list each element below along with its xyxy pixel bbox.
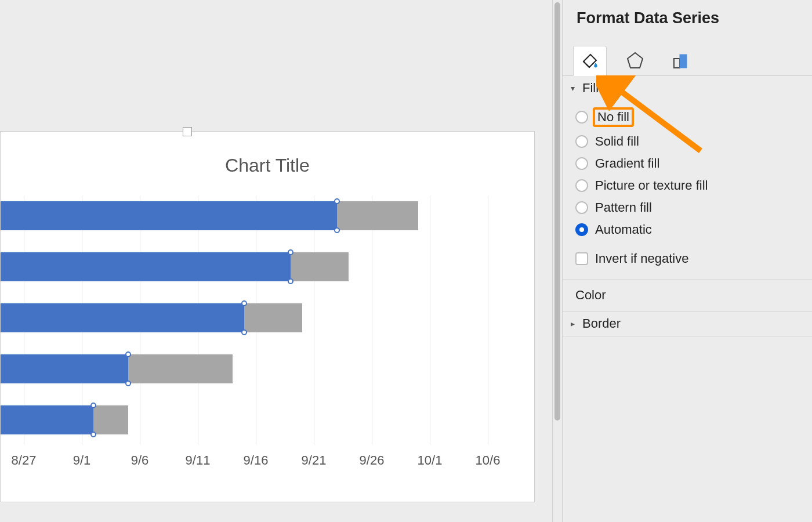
- fill-option-pattern-fill[interactable]: Pattern fill: [571, 197, 804, 219]
- chart-x-tick: 10/1: [418, 453, 443, 468]
- tab-fill-and-line[interactable]: [573, 46, 607, 76]
- chevron-down-icon: ▾: [571, 84, 579, 93]
- series-selection-handle[interactable]: [241, 300, 247, 306]
- format-data-series-panel: Format Data Series: [563, 0, 812, 522]
- chart-x-tick: 9/21: [302, 453, 327, 468]
- checkbox-icon: [575, 252, 588, 265]
- chart-x-tick: 9/11: [186, 453, 211, 468]
- series-selection-handle[interactable]: [125, 380, 131, 386]
- chart-bar-row[interactable]: [1, 405, 128, 434]
- fill-option-gradient-fill[interactable]: Gradient fill: [571, 153, 804, 175]
- chart-plot-area[interactable]: 8/279/19/69/119/169/219/2610/110/6: [1, 195, 511, 474]
- radio-icon: [575, 201, 588, 214]
- section-fill-header[interactable]: ▾ Fill: [563, 76, 812, 100]
- chart-bar-blue[interactable]: [1, 303, 244, 332]
- section-fill: ▾ Fill No fillSolid fillGradient fillPic…: [563, 76, 812, 311]
- chart-bar-row[interactable]: [1, 354, 233, 383]
- chart-bar-blue[interactable]: [1, 354, 128, 383]
- fill-option-automatic[interactable]: Automatic: [571, 219, 804, 241]
- fill-option-label: Automatic: [595, 222, 652, 237]
- series-selection-handle[interactable]: [90, 432, 96, 437]
- series-selection-handle[interactable]: [288, 278, 293, 284]
- worksheet-area: Chart Title 8/279/19/69/119/169/219/2610…: [0, 0, 552, 522]
- chart-bar-gray[interactable]: [128, 354, 233, 383]
- annotation-highlight: No fill: [593, 107, 634, 127]
- chart-x-tick: 10/6: [476, 453, 501, 468]
- fill-option-solid-fill[interactable]: Solid fill: [571, 130, 804, 153]
- series-selection-handle[interactable]: [241, 329, 247, 335]
- section-border-header[interactable]: ▸ Border: [563, 311, 812, 336]
- section-border: ▸ Border: [563, 311, 812, 336]
- chart-bar-row[interactable]: [1, 303, 302, 332]
- radio-icon: [575, 179, 588, 192]
- chart-bar-blue[interactable]: [1, 405, 93, 434]
- chart-bar-gray[interactable]: [337, 201, 418, 230]
- chart-bar-row[interactable]: [1, 201, 418, 230]
- chart-x-tick: 9/1: [73, 453, 91, 468]
- chart-x-tick: 9/26: [360, 453, 385, 468]
- chart-bar-gray[interactable]: [291, 252, 349, 281]
- tab-effects[interactable]: [618, 45, 652, 75]
- panel-tab-row: [563, 41, 812, 76]
- pentagon-icon: [625, 50, 645, 70]
- svg-rect-2: [680, 55, 687, 68]
- chart-gridline: [314, 195, 314, 445]
- section-fill-label: Fill: [582, 81, 599, 96]
- chart-bar-row[interactable]: [1, 252, 349, 281]
- chart-bar-blue[interactable]: [1, 201, 337, 230]
- fill-option-no-fill[interactable]: No fill: [571, 104, 804, 130]
- series-selection-handle[interactable]: [334, 198, 340, 204]
- color-label-row[interactable]: Color: [563, 280, 812, 311]
- chart-bar-gray[interactable]: [93, 405, 128, 434]
- vertical-scrollbar[interactable]: [552, 0, 563, 522]
- chart-x-tick: 8/27: [12, 453, 37, 468]
- chart-bar-gray[interactable]: [244, 303, 302, 332]
- series-selection-handle[interactable]: [288, 249, 293, 255]
- invert-if-negative[interactable]: Invert if negative: [571, 248, 804, 270]
- series-options-icon: [670, 50, 690, 70]
- tab-series-options[interactable]: [664, 45, 697, 75]
- chart-gridline: [430, 195, 430, 445]
- chart-bar-blue[interactable]: [1, 252, 291, 281]
- paint-bucket-icon: [580, 51, 600, 71]
- fill-option-label: Pattern fill: [595, 200, 652, 215]
- chart-object[interactable]: Chart Title 8/279/19/69/119/169/219/2610…: [0, 131, 535, 502]
- series-selection-handle[interactable]: [90, 403, 96, 408]
- radio-icon: [575, 111, 588, 124]
- panel-title: Format Data Series: [563, 5, 812, 41]
- series-selection-handle[interactable]: [334, 227, 340, 233]
- radio-icon: [575, 223, 588, 236]
- svg-marker-0: [628, 53, 643, 68]
- chart-title[interactable]: Chart Title: [1, 155, 534, 176]
- chart-x-tick: 9/16: [244, 453, 269, 468]
- fill-option-label: Gradient fill: [595, 156, 659, 171]
- chart-selection-handle[interactable]: [183, 127, 192, 136]
- fill-options-group: No fillSolid fillGradient fillPicture or…: [563, 100, 812, 280]
- chart-gridline: [372, 195, 372, 445]
- fill-option-label: Solid fill: [595, 134, 639, 149]
- invert-if-negative-label: Invert if negative: [595, 251, 688, 266]
- chart-gridline: [488, 195, 488, 445]
- fill-option-label: Picture or texture fill: [595, 178, 708, 193]
- svg-rect-1: [674, 59, 680, 68]
- series-selection-handle[interactable]: [125, 351, 131, 357]
- radio-icon: [575, 157, 588, 170]
- radio-icon: [575, 135, 588, 148]
- chart-x-tick: 9/6: [131, 453, 149, 468]
- fill-option-label: No fill: [597, 110, 629, 124]
- section-border-label: Border: [582, 316, 621, 331]
- vertical-scrollbar-thumb[interactable]: [554, 2, 560, 420]
- color-label: Color: [575, 288, 606, 302]
- fill-option-picture-texture-fill[interactable]: Picture or texture fill: [571, 175, 804, 197]
- chevron-right-icon: ▸: [571, 319, 579, 328]
